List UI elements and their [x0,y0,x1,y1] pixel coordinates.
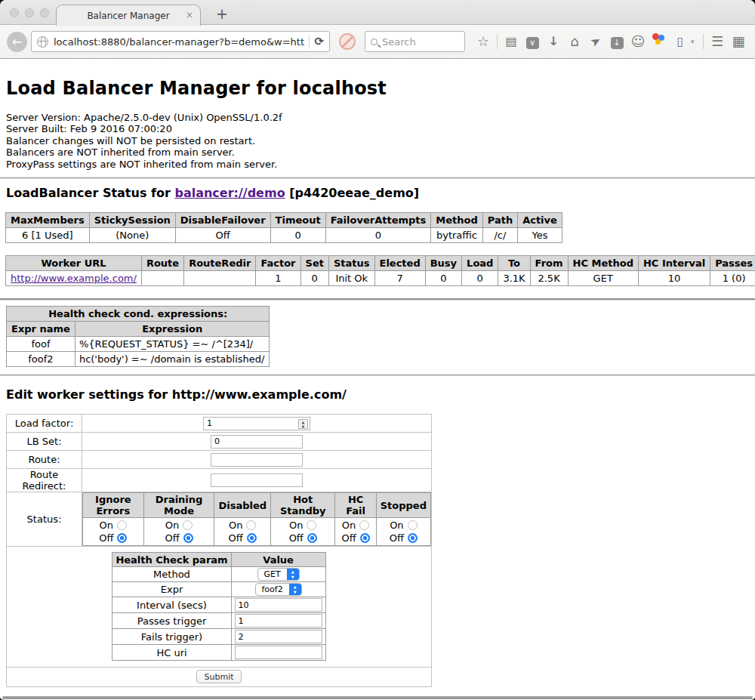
tab-close-icon[interactable]: × [186,10,193,20]
hot-standby-radios: On Off [271,518,335,546]
tab-balancer-manager[interactable]: Balancer Manager × [56,5,201,26]
passes-input[interactable] [235,614,322,628]
ignore-errors-on-radio[interactable] [117,520,127,530]
divider [0,298,755,301]
hot-standby-off-radio[interactable] [307,533,317,543]
reload-icon[interactable]: ⟳ [314,35,324,48]
stopped-off-radio[interactable] [408,533,418,543]
select-stepper-icon: ▲▼ [289,583,301,596]
status-options-table: Ignore Errors Draining Mode Disabled Hot… [82,492,431,546]
worker-table: Worker URL Route RouteRedir Factor Set S… [5,255,755,286]
load-factor-stepper[interactable]: ▲▼ [203,417,310,430]
url-bar[interactable]: localhost:8880/balancer-manager?b=demo&w… [31,31,330,52]
chevron-down-icon[interactable]: ▾ [691,38,700,45]
draining-mode-on-radio[interactable] [183,520,193,530]
expr-row: Expr foof2▲▼ [112,582,325,597]
tab-title: Balancer Manager [87,11,169,21]
passes-row: Passes trigger [112,613,325,629]
passes-label: Passes trigger [112,613,231,629]
lb-set-label: LB Set: [7,433,82,451]
hc-uri-label: HC uri [112,645,231,661]
table-header-row: Expr name Expression [7,322,270,337]
window-controls[interactable] [10,8,49,17]
interval-label: Interval (secs) [112,597,231,613]
table-row: 6 [1 Used] (None) Off 0 0 bytraffic /c/ … [6,228,562,243]
pocket-icon[interactable]: ∨ [522,31,543,52]
submit-button[interactable]: Submit [196,670,241,683]
health-check-params-row: Health Check param Value Method GET▲▼ Ex… [7,547,432,668]
toolbar-separator [497,34,498,49]
method-label: Method [112,567,231,582]
disabled-on-radio[interactable] [246,520,256,530]
back-button[interactable]: ← [7,32,27,52]
health-check-params-table: Health Check param Value Method GET▲▼ Ex… [112,552,325,661]
ignore-errors-off-radio[interactable] [117,533,127,543]
expr-label: Expr [112,582,231,597]
load-factor-input[interactable] [203,417,310,430]
status-header-row: Ignore Errors Draining Mode Disabled Hot… [83,493,431,518]
lb-set-input[interactable] [211,435,303,449]
status-row: Status: Ignore Errors Draining Mode Disa… [7,492,432,547]
page-title: Load Balancer Manager for localhost [6,78,749,99]
new-tab-button[interactable]: + [216,5,228,22]
route-redirect-row: Route Redirect: [7,469,432,492]
health-check-expressions-table: Health check cond. expressions: Expr nam… [6,306,270,367]
method-row: Method GET▲▼ [112,567,325,582]
fails-row: Fails trigger) [112,629,325,645]
interval-row: Interval (secs) [112,597,325,613]
downloads-icon[interactable]: ↓ [543,31,564,52]
expr-row-foof2: foof2 hc('body') =~ /domain is establish… [7,352,270,367]
inherit-notice-line: Balancers are NOT inherited from main se… [6,146,749,158]
browser-window: Balancer Manager × + ← localhost:8880/ba… [0,0,755,700]
grid-journal-icon[interactable]: ▦ [728,31,749,52]
adblock-disabled-icon[interactable] [339,33,356,50]
select-stepper-icon: ▲▼ [287,568,299,581]
submit-row: Submit [7,668,432,687]
balancer-status-heading: LoadBalancer Status for balancer://demo … [6,186,749,200]
minimize-window-button[interactable] [25,8,34,17]
url-text[interactable]: localhost:8880/balancer-manager?b=demo&w… [54,36,304,48]
fails-input[interactable] [235,630,322,643]
save-to-device-icon[interactable]: ↓ [606,31,627,52]
search-bar[interactable]: Search [365,31,465,52]
close-window-button[interactable] [10,8,19,17]
urlbar-separator [309,35,310,48]
home-icon[interactable]: ⌂ [564,31,585,52]
table-header-row: MaxMembers StickySession DisableFailover… [6,213,562,228]
expr-row-foof: foof %{REQUEST_STATUS} =~ /^[234]/ [7,337,270,352]
server-version-line: Server Version: Apache/2.5.0-dev (Unix) … [6,112,749,123]
hc-fail-on-radio[interactable] [359,520,369,530]
route-label: Route: [7,451,82,469]
balancer-demo-link[interactable]: balancer://demo [174,186,285,200]
extension-colordots-icon[interactable] [649,31,670,52]
route-redirect-input[interactable] [211,473,303,487]
number-stepper-icon[interactable]: ▲▼ [298,419,308,429]
server-built-line: Server Built: Feb 9 2016 07:00:20 [6,123,749,134]
hot-standby-on-radio[interactable] [307,520,316,530]
hc-uri-row: HC uri [112,645,325,661]
bookmark-star-icon[interactable]: ☆ [473,31,494,52]
route-input[interactable] [211,453,303,467]
route-redirect-label: Route Redirect: [7,469,82,492]
site-identity-globe-icon[interactable] [37,36,48,48]
method-select[interactable]: GET▲▼ [257,568,300,581]
reading-list-icon[interactable]: ▤ [501,31,522,52]
stopped-on-radio[interactable] [408,520,418,530]
menu-hamburger-icon[interactable]: ☰ [707,31,728,52]
edit-worker-heading: Edit worker settings for http://www.exam… [6,387,749,402]
route-row: Route: [7,451,432,469]
expr-select[interactable]: foof2▲▼ [255,583,302,596]
interval-input[interactable] [235,598,322,612]
tab-strip: Balancer Manager × + [0,0,755,25]
hc-fail-off-radio[interactable] [360,533,370,543]
hc-uri-input[interactable] [235,646,322,659]
worker-url-link[interactable]: http://www.example.com/ [11,273,137,284]
draining-mode-off-radio[interactable] [183,533,193,543]
lb-set-row: LB Set: [7,433,432,451]
sidebar-panel-icon[interactable]: ▯ [670,31,691,52]
disabled-off-radio[interactable] [247,533,257,543]
search-placeholder[interactable]: Search [382,36,416,48]
chat-smiley-icon[interactable]: ☺ [627,31,649,52]
edit-worker-form: Load factor: ▲▼ LB Set: Route: Route Red… [6,414,432,687]
zoom-window-button[interactable] [40,8,49,17]
